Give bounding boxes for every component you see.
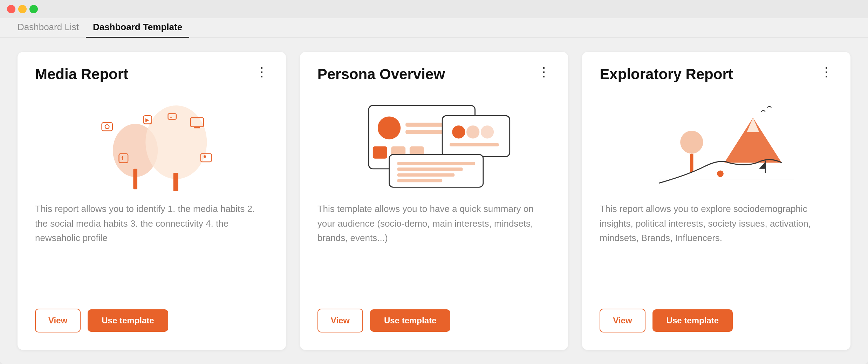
svg-point-26 bbox=[481, 125, 494, 138]
svg-rect-3 bbox=[173, 173, 178, 192]
card-persona-overview-header: Persona Overview ⋮ bbox=[317, 66, 551, 83]
svg-point-24 bbox=[452, 125, 465, 138]
card-persona-overview-more-icon[interactable]: ⋮ bbox=[538, 66, 551, 78]
svg-rect-9 bbox=[194, 127, 200, 129]
card-media-report-header: Media Report ⋮ bbox=[35, 66, 268, 83]
card-persona-overview-title: Persona Overview bbox=[317, 66, 445, 83]
svg-point-35 bbox=[681, 131, 703, 153]
svg-rect-29 bbox=[397, 162, 475, 165]
card-exploratory-report-more-icon[interactable]: ⋮ bbox=[820, 66, 833, 78]
card-media-report: Media Report ⋮ bbox=[18, 52, 286, 350]
tab-dashboard-list[interactable]: Dashboard List bbox=[11, 18, 86, 38]
svg-text:f: f bbox=[122, 155, 124, 161]
card-exploratory-report-illustration bbox=[600, 93, 833, 191]
card-media-report-more-icon[interactable]: ⋮ bbox=[255, 66, 268, 78]
svg-rect-28 bbox=[389, 154, 483, 187]
svg-rect-20 bbox=[373, 146, 387, 159]
tab-dashboard-template[interactable]: Dashboard Template bbox=[86, 18, 189, 38]
card-persona-overview-illustration bbox=[317, 93, 551, 191]
svg-rect-32 bbox=[397, 179, 442, 182]
svg-rect-4 bbox=[102, 123, 112, 131]
card-media-report-illustration: f ▶ ≡ bbox=[35, 93, 268, 191]
card-media-report-description: This report allows you to identify 1. th… bbox=[35, 202, 268, 295]
svg-point-25 bbox=[466, 125, 479, 138]
titlebar bbox=[0, 0, 868, 18]
svg-rect-30 bbox=[397, 167, 463, 171]
svg-rect-36 bbox=[690, 154, 693, 172]
svg-point-11 bbox=[204, 155, 206, 158]
app-window: Dashboard List Dashboard Template Media … bbox=[0, 0, 868, 364]
svg-point-37 bbox=[717, 171, 724, 177]
tab-bar: Dashboard List Dashboard Template bbox=[0, 18, 868, 38]
card-persona-overview-view-button[interactable]: View bbox=[317, 309, 363, 332]
svg-rect-1 bbox=[133, 169, 137, 189]
svg-rect-31 bbox=[397, 173, 454, 177]
card-media-report-actions: View Use template bbox=[35, 309, 268, 332]
card-exploratory-report-header: Exploratory Report ⋮ bbox=[600, 66, 833, 83]
svg-rect-27 bbox=[450, 143, 499, 146]
card-exploratory-report-description: This report allows you to explore sociod… bbox=[600, 202, 833, 295]
card-media-report-view-button[interactable]: View bbox=[35, 309, 81, 332]
card-persona-overview-use-template-button[interactable]: Use template bbox=[370, 309, 450, 332]
svg-text:≡: ≡ bbox=[170, 115, 172, 119]
card-persona-overview-actions: View Use template bbox=[317, 309, 551, 332]
svg-rect-19 bbox=[405, 130, 446, 134]
close-button[interactable] bbox=[7, 5, 15, 13]
card-persona-overview: Persona Overview ⋮ bbox=[300, 52, 568, 350]
card-media-report-use-template-button[interactable]: Use template bbox=[88, 309, 168, 332]
card-media-report-title: Media Report bbox=[35, 66, 128, 83]
svg-point-5 bbox=[105, 125, 109, 129]
traffic-lights bbox=[7, 5, 38, 13]
minimize-button[interactable] bbox=[18, 5, 27, 13]
card-exploratory-report: Exploratory Report ⋮ bbox=[582, 52, 850, 350]
maximize-button[interactable] bbox=[29, 5, 38, 13]
main-content: Media Report ⋮ bbox=[0, 38, 868, 364]
card-exploratory-report-use-template-button[interactable]: Use template bbox=[652, 309, 733, 332]
card-persona-overview-description: This template allows you to have a quick… bbox=[317, 202, 551, 295]
svg-point-17 bbox=[378, 117, 401, 139]
card-exploratory-report-title: Exploratory Report bbox=[600, 66, 733, 83]
svg-text:▶: ▶ bbox=[145, 117, 149, 123]
card-exploratory-report-actions: View Use template bbox=[600, 309, 833, 332]
card-exploratory-report-view-button[interactable]: View bbox=[600, 309, 645, 332]
